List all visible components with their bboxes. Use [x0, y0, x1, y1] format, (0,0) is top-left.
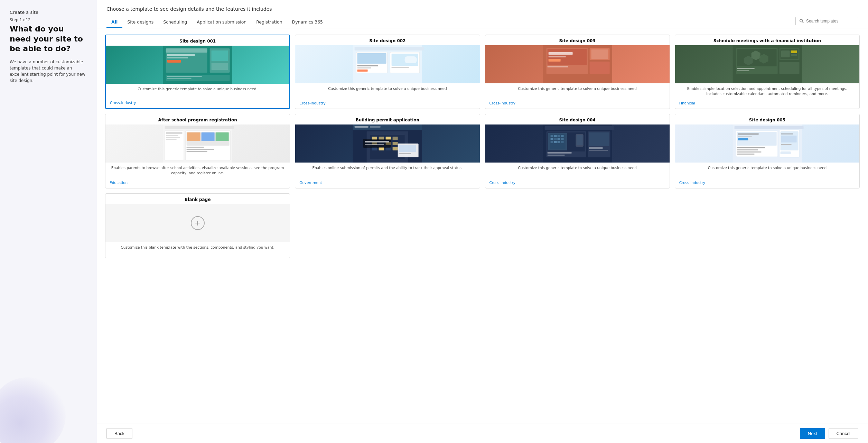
- template-card-site-design-003[interactable]: Site design 003 Custom: [485, 35, 670, 109]
- svg-rect-105: [561, 141, 563, 143]
- svg-rect-96: [557, 135, 560, 137]
- svg-rect-41: [737, 68, 754, 69]
- template-card-site-design-002[interactable]: Site design 002: [295, 35, 480, 109]
- svg-rect-122: [737, 149, 758, 150]
- tab-all[interactable]: All: [106, 17, 122, 28]
- svg-rect-52: [166, 132, 183, 134]
- template-content: Site design 001: [97, 28, 868, 424]
- svg-rect-124: [737, 154, 754, 155]
- card-image: [675, 124, 859, 163]
- card-image: [106, 46, 289, 84]
- svg-rect-83: [365, 141, 389, 142]
- tab-dynamics365[interactable]: Dynamics 365: [287, 17, 328, 28]
- template-card-schedule-meetings[interactable]: Schedule meetings with a financial insti…: [675, 35, 860, 109]
- svg-rect-13: [167, 78, 192, 79]
- svg-point-0: [800, 19, 803, 22]
- cancel-button[interactable]: Cancel: [829, 428, 858, 439]
- card-title: Site design 004: [485, 114, 670, 124]
- template-card-after-school[interactable]: After school program registration: [105, 114, 290, 188]
- tab-scheduling[interactable]: Scheduling: [158, 17, 192, 28]
- svg-rect-63: [187, 151, 207, 152]
- svg-rect-104: [557, 141, 560, 143]
- tab-registration[interactable]: Registration: [251, 17, 287, 28]
- template-grid: Site design 001: [105, 35, 860, 258]
- header: Choose a template to see design details …: [97, 0, 868, 28]
- svg-rect-59: [202, 132, 215, 141]
- template-card-blank-page[interactable]: Blank page + Customize this blank templa…: [105, 193, 290, 259]
- svg-rect-108: [547, 152, 571, 154]
- svg-rect-46: [791, 50, 797, 53]
- card-image: [485, 45, 670, 83]
- svg-rect-23: [405, 56, 417, 63]
- card-tag: Cross-industry: [106, 99, 289, 108]
- svg-rect-87: [399, 153, 411, 154]
- card-description: Customize this generic template to solve…: [675, 163, 859, 178]
- svg-rect-4: [166, 48, 207, 53]
- card-description: Customize this generic template to solve…: [485, 83, 670, 99]
- decorative-blob: [0, 377, 66, 443]
- svg-rect-86: [399, 145, 416, 152]
- svg-rect-5: [167, 54, 195, 56]
- svg-rect-107: [576, 135, 582, 145]
- page-title: Create a site: [10, 10, 87, 15]
- search-box[interactable]: [795, 17, 858, 25]
- svg-rect-29: [548, 56, 566, 57]
- svg-rect-11: [166, 75, 230, 81]
- svg-rect-103: [554, 141, 557, 143]
- card-title: Site design 002: [295, 35, 479, 45]
- svg-rect-6: [167, 57, 188, 58]
- description-text: We have a number of customizable templat…: [10, 59, 87, 84]
- card-title: Building permit application: [295, 114, 479, 124]
- search-input[interactable]: [806, 19, 855, 24]
- step-indicator: Step 1 of 2: [10, 18, 87, 22]
- svg-rect-15: [355, 47, 424, 50]
- svg-rect-129: [781, 144, 791, 145]
- template-card-site-design-005[interactable]: Site design 005: [675, 114, 860, 188]
- svg-rect-121: [737, 147, 765, 148]
- svg-rect-127: [781, 133, 793, 135]
- svg-rect-111: [589, 132, 609, 146]
- card-description: Enables parents to browse after school a…: [105, 163, 290, 178]
- svg-line-1: [802, 21, 804, 23]
- left-panel: Create a site Step 1 of 2 What do you ne…: [0, 0, 97, 443]
- tab-application-submission[interactable]: Application submission: [192, 17, 251, 28]
- svg-rect-97: [561, 135, 563, 137]
- svg-rect-60: [216, 132, 229, 141]
- tabs-bar: All Site designs Scheduling Application …: [106, 17, 328, 28]
- card-tag: Cross-industry: [485, 99, 670, 109]
- svg-rect-128: [781, 136, 796, 142]
- main-heading: What do you need your site to be able to…: [10, 24, 87, 54]
- card-title: Site design 003: [485, 35, 670, 45]
- svg-rect-70: [393, 137, 398, 140]
- template-card-site-design-001[interactable]: Site design 001: [105, 35, 290, 109]
- card-title: Site design 005: [675, 114, 859, 124]
- card-tag: [105, 252, 290, 258]
- svg-rect-81: [370, 126, 381, 128]
- card-title: After school program registration: [105, 114, 290, 124]
- template-card-site-design-004[interactable]: Site design 004: [485, 114, 670, 188]
- svg-rect-100: [557, 138, 560, 140]
- back-button[interactable]: Back: [106, 428, 132, 439]
- card-title: Schedule meetings with a financial insti…: [675, 35, 859, 45]
- svg-rect-115: [734, 126, 803, 129]
- svg-rect-53: [166, 135, 178, 136]
- card-image: [105, 124, 290, 163]
- svg-rect-94: [550, 135, 553, 137]
- svg-rect-12: [167, 76, 202, 77]
- svg-rect-98: [550, 138, 553, 140]
- svg-rect-9: [212, 50, 228, 61]
- card-description: Customize this generic template to solve…: [295, 83, 479, 99]
- next-button[interactable]: Next: [800, 428, 825, 439]
- header-subtitle: Choose a template to see design details …: [106, 6, 858, 12]
- tab-site-designs[interactable]: Site designs: [122, 17, 158, 28]
- svg-rect-19: [357, 67, 371, 68]
- svg-rect-80: [355, 126, 368, 128]
- card-image: [675, 45, 859, 83]
- card-description: Customize this generic template to solve…: [106, 84, 289, 99]
- card-title: Site design 001: [106, 35, 289, 46]
- svg-rect-58: [187, 132, 200, 141]
- svg-rect-78: [393, 147, 398, 150]
- template-card-building-permit[interactable]: Building permit application: [295, 114, 480, 188]
- svg-rect-47: [791, 54, 797, 56]
- svg-rect-34: [591, 49, 608, 59]
